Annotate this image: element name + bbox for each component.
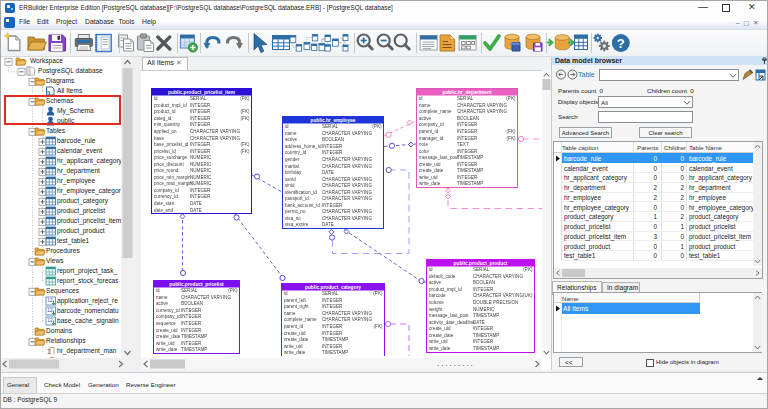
svg-text:.........: ......... xyxy=(436,360,474,368)
svg-text:?: ? xyxy=(617,36,625,51)
